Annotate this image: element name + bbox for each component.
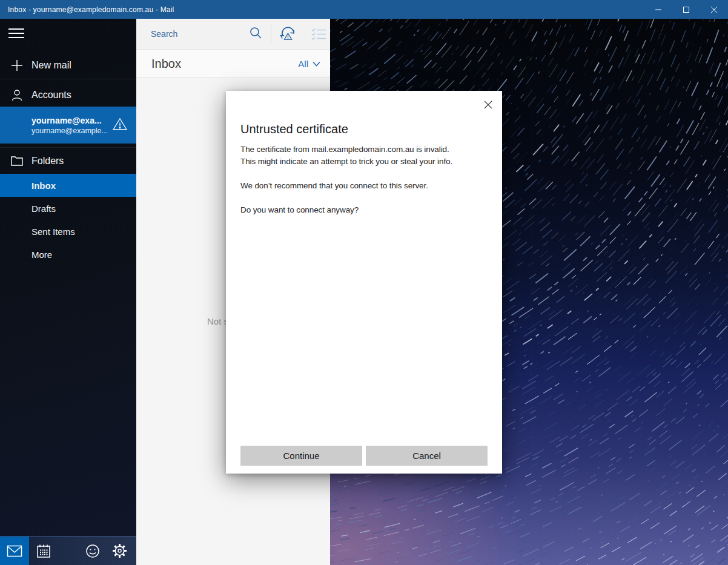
gear-icon <box>112 543 127 558</box>
close-icon <box>710 6 718 13</box>
maximize-icon <box>683 6 690 13</box>
multi-select-button[interactable] <box>307 27 330 41</box>
sidebar-item-inbox[interactable]: Inbox <box>0 174 136 197</box>
filter-label: All <box>298 59 308 69</box>
maximize-button[interactable] <box>672 0 700 19</box>
folder-label: Inbox <box>31 180 56 191</box>
window-title: Inbox - yourname@exampledomain.com.au - … <box>0 5 174 14</box>
menu-button[interactable] <box>7 25 25 41</box>
mail-app-window: Inbox - yourname@exampledomain.com.au - … <box>0 0 728 565</box>
mail-nav-button[interactable] <box>0 537 29 565</box>
account-text: yourname@exa... yourname@example... <box>31 116 108 135</box>
list-header-title: Inbox <box>151 57 181 71</box>
sidebar-bottom-bar <box>0 536 136 565</box>
close-window-button[interactable] <box>700 0 728 19</box>
multi-select-icon <box>311 27 326 41</box>
minimize-button[interactable] <box>644 0 672 19</box>
sidebar-item-more[interactable]: More <box>0 243 136 266</box>
minimize-icon <box>655 6 662 13</box>
feedback-button[interactable] <box>79 537 106 565</box>
settings-button[interactable] <box>106 537 133 565</box>
dialog-text-line: Do you want to connect anyway? <box>240 204 494 216</box>
sidebar-item-drafts[interactable]: Drafts <box>0 197 136 220</box>
folder-label: More <box>31 249 52 260</box>
untrusted-certificate-dialog: Untrusted certificate The certificate fr… <box>226 91 502 474</box>
dialog-title: Untrusted certificate <box>240 122 488 136</box>
filter-dropdown[interactable]: All <box>298 59 320 69</box>
sync-error-button[interactable] <box>277 26 300 42</box>
hamburger-icon <box>8 28 24 30</box>
folder-icon <box>10 155 24 167</box>
divider <box>271 25 271 43</box>
folder-label: Drafts <box>31 203 56 214</box>
empty-state-text: Not s <box>207 316 228 326</box>
sidebar: New mail Accounts yourname@exa... yourna… <box>0 19 136 565</box>
chevron-down-icon <box>313 61 320 67</box>
list-header: Inbox All <box>136 50 330 78</box>
folders-label: Folders <box>31 156 64 167</box>
calendar-icon <box>36 544 51 558</box>
account-item[interactable]: yourname@exa... yourname@example... <box>0 107 136 144</box>
cancel-button[interactable]: Cancel <box>366 446 488 466</box>
mail-icon <box>7 545 22 557</box>
sync-error-icon <box>280 26 297 42</box>
dialog-text-line: This might indicate an attempt to trick … <box>240 156 494 168</box>
dialog-text-line: We don’t recommend that you connect to t… <box>240 180 494 192</box>
dialog-body: The certificate from mail.exampledomain.… <box>240 144 494 216</box>
continue-button[interactable]: Continue <box>240 446 362 466</box>
folders-header[interactable]: Folders <box>0 147 136 174</box>
search-bar <box>136 19 330 50</box>
new-mail-button[interactable]: New mail <box>0 51 136 79</box>
account-warning-icon <box>112 117 128 134</box>
title-bar: Inbox - yourname@exampledomain.com.au - … <box>0 0 728 19</box>
dialog-buttons: Continue Cancel <box>240 446 488 466</box>
account-email: yourname@example... <box>31 127 108 135</box>
plus-icon <box>10 59 24 72</box>
dialog-close-button[interactable] <box>478 95 498 114</box>
search-icon[interactable] <box>249 26 262 42</box>
dialog-text-line: The certificate from mail.exampledomain.… <box>240 144 494 156</box>
window-controls <box>644 0 728 19</box>
accounts-label: Accounts <box>31 90 71 101</box>
sidebar-item-sent-items[interactable]: Sent Items <box>0 220 136 243</box>
search-input[interactable] <box>151 29 248 39</box>
person-icon <box>10 88 24 102</box>
folder-label: Sent Items <box>31 226 75 237</box>
new-mail-label: New mail <box>31 60 71 71</box>
account-name: yourname@exa... <box>31 116 108 125</box>
smiley-icon <box>85 544 100 558</box>
calendar-nav-button[interactable] <box>29 537 58 565</box>
close-icon <box>484 101 492 109</box>
accounts-button[interactable]: Accounts <box>0 82 136 108</box>
